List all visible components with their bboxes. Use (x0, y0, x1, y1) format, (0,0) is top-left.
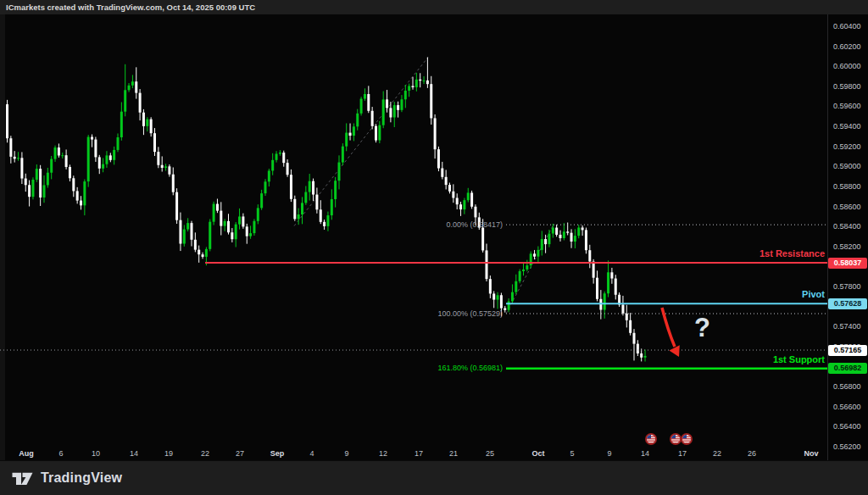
price-tick-label: 0.56600 (833, 403, 861, 411)
footer-bar: TradingView (0, 460, 868, 495)
price-tick-label: 0.60000 (833, 62, 861, 70)
us-flag-economic-event[interactable] (681, 433, 693, 445)
tradingview-logo-icon[interactable] (11, 470, 34, 487)
price-tick-label: 0.60400 (833, 22, 861, 31)
time-tick-label: 17 (678, 449, 687, 458)
time-tick-label: 5 (570, 449, 574, 458)
time-tick-label: 6 (58, 449, 63, 458)
price-tick-label: 0.57000 (833, 363, 861, 371)
candles (6, 58, 647, 362)
price-tick-label: 0.56800 (833, 382, 861, 391)
price-axis-border (827, 14, 828, 460)
time-tick-label: 27 (236, 449, 244, 458)
time-tick-label: 12 (379, 449, 387, 458)
price-tick-label: 0.56400 (833, 422, 861, 431)
question-mark-annotation: ? (694, 313, 710, 343)
price-tick-label: 0.58400 (833, 222, 861, 231)
time-tick-label: 26 (748, 449, 756, 458)
time-tick-label: 17 (415, 449, 423, 458)
time-tick-label: Sep (270, 449, 285, 458)
down-arrow-head (669, 345, 679, 357)
time-tick-label: 10 (92, 449, 100, 458)
price-tick-label: 0.58600 (833, 203, 861, 211)
price-tick-label: 0.59600 (833, 102, 861, 110)
price-tick-label: 0.59400 (833, 122, 861, 131)
price-tick-label: 0.58000 (833, 262, 861, 270)
price-tick-label: 0.58200 (833, 242, 861, 251)
price-tick-label: 0.57800 (833, 282, 861, 291)
time-tick-label: 25 (486, 449, 494, 458)
candlestick-canvas[interactable] (0, 0, 868, 495)
us-flag-economic-event[interactable] (645, 433, 657, 445)
tradingview-chart-snapshot: ICmarkets created with TradingView.com, … (0, 0, 868, 495)
us-flag-economic-event[interactable] (670, 433, 682, 445)
time-tick-label: 14 (130, 449, 138, 458)
time-tick-label: 19 (164, 449, 173, 458)
time-tick-label: 22 (713, 449, 721, 458)
price-tick-label: 0.57400 (833, 322, 861, 331)
price-tick-label: 0.59200 (833, 142, 861, 151)
time-tick-label: Oct (531, 449, 544, 458)
price-tick-label: 0.60200 (833, 42, 861, 51)
time-tick-label: 21 (449, 449, 458, 458)
time-tick-label: 9 (344, 449, 348, 458)
price-tick-label: 0.57600 (833, 303, 861, 311)
time-tick-label: 4 (309, 449, 314, 458)
price-tick-label: 0.56200 (833, 442, 861, 451)
tradingview-logo-text[interactable]: TradingView (41, 470, 122, 486)
price-tick-label: 0.58800 (833, 182, 861, 191)
time-tick-label: 14 (641, 449, 649, 458)
price-tick-label: 0.59000 (833, 162, 861, 170)
time-tick-label: Aug (19, 449, 34, 458)
fib-trendline (294, 58, 428, 226)
price-axis[interactable]: 0.604000.602000.600000.598000.596000.594… (828, 14, 868, 460)
time-axis[interactable]: Aug61014192227Sep4912172125Oct5914172226… (0, 446, 827, 460)
price-tick-label: 0.57200 (833, 342, 861, 351)
time-tick-label: Nov (804, 449, 818, 458)
price-tick-label: 0.59800 (833, 82, 861, 91)
time-tick-label: 22 (201, 449, 209, 458)
time-tick-label: 9 (607, 449, 611, 458)
